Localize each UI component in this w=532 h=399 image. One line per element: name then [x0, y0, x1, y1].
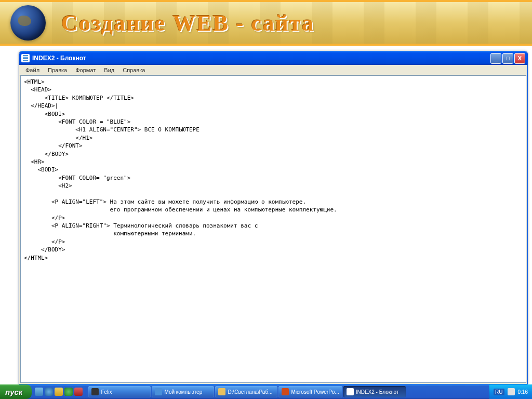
- task-notepad[interactable]: INDEX2 - Блокнот: [343, 386, 406, 397]
- window-controls: _ □ X: [490, 53, 525, 64]
- language-indicator[interactable]: RU: [494, 389, 504, 395]
- task-label: Microsoft PowerPo...: [291, 389, 339, 395]
- menu-edit[interactable]: Правка: [44, 66, 71, 74]
- task-label: Мой компьютер: [164, 389, 202, 395]
- banner-title: Создание WEB - сайта: [61, 10, 314, 36]
- task-folder[interactable]: D:\Светлана\Раб...: [215, 386, 277, 397]
- app-icon: [91, 388, 99, 395]
- windows-taskbar: пуск Felix Мой компьютер D:\Светлана\Раб…: [0, 384, 532, 399]
- taskbar-clock[interactable]: 0:16: [518, 389, 528, 395]
- globe-icon: [10, 5, 46, 41]
- notepad-window: INDEX2 - Блокнот _ □ X Файл Правка Форма…: [19, 51, 528, 384]
- notepad-task-icon: [347, 388, 354, 395]
- computer-icon: [155, 388, 162, 395]
- task-label: Felix: [101, 389, 112, 395]
- menubar: Файл Правка Формат Вид Справка: [19, 65, 527, 75]
- quick-launch: [32, 384, 86, 399]
- start-label: пуск: [5, 388, 22, 396]
- minimize-button[interactable]: _: [490, 53, 501, 64]
- menu-help[interactable]: Справка: [118, 66, 149, 74]
- ql-mail-icon[interactable]: [55, 388, 63, 396]
- taskbar-items: Felix Мой компьютер D:\Светлана\Раб... M…: [86, 384, 489, 399]
- ql-app-icon[interactable]: [74, 388, 83, 396]
- menu-file[interactable]: Файл: [21, 66, 44, 74]
- folder-icon: [218, 388, 225, 395]
- task-felix[interactable]: Felix: [88, 386, 151, 397]
- system-tray: RU 0:16: [489, 384, 532, 399]
- task-powerpoint[interactable]: Microsoft PowerPo...: [278, 386, 342, 397]
- text-editor-content[interactable]: <HTML> <HEAD> <TITLE> КОМПЬЮТЕР </TITLE>…: [20, 75, 526, 383]
- maximize-button[interactable]: □: [502, 53, 513, 64]
- task-my-computer[interactable]: Мой компьютер: [152, 386, 214, 397]
- ql-media-icon[interactable]: [64, 388, 73, 396]
- task-label: INDEX2 - Блокнот: [356, 389, 399, 395]
- window-title: INDEX2 - Блокнот: [32, 55, 490, 62]
- notepad-icon: [21, 54, 30, 62]
- presentation-banner: Создание WEB - сайта: [0, 0, 532, 46]
- start-button[interactable]: пуск: [0, 384, 32, 399]
- powerpoint-icon: [282, 388, 289, 395]
- menu-format[interactable]: Формат: [71, 66, 100, 74]
- ql-browser-icon[interactable]: [45, 388, 53, 396]
- tray-icon-1[interactable]: [508, 388, 515, 395]
- ql-desktop-icon[interactable]: [35, 388, 43, 396]
- close-button[interactable]: X: [514, 53, 525, 64]
- window-titlebar[interactable]: INDEX2 - Блокнот _ □ X: [19, 51, 527, 65]
- task-label: D:\Светлана\Раб...: [228, 389, 272, 395]
- menu-view[interactable]: Вид: [100, 66, 118, 74]
